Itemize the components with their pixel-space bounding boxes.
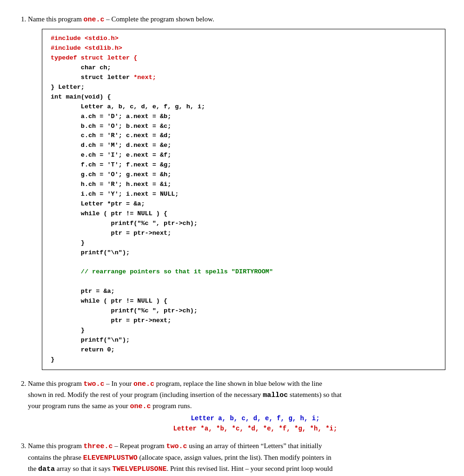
code-line-17: i.ch = 'Y'; i.next = NULL;: [51, 190, 437, 199]
code-line-14: f.ch = 'T'; f.next = &g;: [51, 160, 437, 170]
q2-middle2: program, replace the line shown in blue …: [154, 380, 322, 387]
code-line-6: } Letter;: [51, 83, 437, 93]
q2-code-block: Letter a, b, c, d, e, f, g, h, i; Letter…: [65, 415, 445, 432]
q1-suffix: – Complete the program shown below.: [105, 15, 214, 23]
code-line-24: [51, 258, 437, 267]
code-line-4: char ch;: [51, 63, 437, 73]
code-line-21: ptr = ptr->next;: [51, 229, 437, 238]
code-line-16: h.ch = 'R'; h.next = &i;: [51, 180, 437, 190]
q2-line2b: statements) so that: [288, 391, 341, 398]
code-line-8: Letter a, b, c, d, e, f, g, h, i;: [51, 102, 437, 112]
q2-text: Name this program two.c – In your one.c …: [28, 378, 445, 412]
q3-text: Name this program three.c – Repeat progr…: [28, 441, 445, 476]
q3-prefix: Name this program: [28, 442, 84, 450]
code-line-29: printf("%c ", ptr->ch);: [51, 306, 437, 316]
q1-text: Name this program one.c – Complete the p…: [28, 14, 445, 25]
code-line-22: }: [51, 238, 437, 248]
q3-line2b: (allocate space, assign values, print th…: [138, 454, 331, 461]
code-line-28: while ( ptr != NULL ) {: [51, 297, 437, 306]
q2-middle1: – In your: [105, 380, 134, 387]
code-line-25: // rearrange pointers so that it spells …: [51, 267, 437, 277]
code-line-26: [51, 277, 437, 287]
q2-line3b: program runs.: [151, 402, 192, 410]
q2-line3: your program runs the same as your: [28, 402, 130, 410]
code-line-11: c.ch = 'R'; c.next = &d;: [51, 131, 437, 141]
q3-line2a: contains the phrase: [28, 454, 83, 461]
q1-filename: one.c: [84, 16, 105, 24]
code-line-33: return 0;: [51, 345, 437, 355]
q2-filename3: one.c: [130, 403, 151, 410]
q3-line3b: array so that it says: [55, 465, 112, 472]
code-line-1: #include <stdio.h>: [51, 34, 437, 44]
question-3: Name this program three.c – Repeat progr…: [28, 441, 445, 476]
q2-bold-malloc: malloc: [263, 391, 288, 399]
q3-phrase1: ELEVENPLUSTWO: [83, 454, 138, 462]
q3-middle1: – Repeat program: [113, 442, 166, 450]
q2-code-red: Letter *a, *b, *c, *d, *e, *f, *g, *h, *…: [65, 425, 445, 432]
q3-filename2: two.c: [166, 443, 187, 450]
question-2: Name this program two.c – In your one.c …: [28, 378, 445, 433]
q2-filename2: one.c: [133, 380, 154, 388]
q3-line3c: . Print this revised list. Hint – your s…: [166, 465, 332, 472]
code-line-15: g.ch = 'O'; g.next = &h;: [51, 170, 437, 180]
q3-bold1: data: [38, 465, 55, 473]
code-line-13: e.ch = 'I'; e.next = &f;: [51, 151, 437, 160]
q3-filename: three.c: [84, 443, 113, 450]
code-line-20: printf("%c ", ptr->ch);: [51, 219, 437, 229]
q3-middle2: using an array of thirteen “Letters” tha…: [187, 442, 322, 450]
q2-filename: two.c: [84, 380, 105, 388]
code-line-2: #include <stdlib.h>: [51, 44, 437, 53]
q1-prefix: Name this program: [28, 15, 84, 23]
code-line-10: b.ch = 'O'; b.next = &c;: [51, 122, 437, 132]
code-line-30: ptr = ptr->next;: [51, 316, 437, 326]
q3-line3a: the: [28, 465, 38, 472]
code-line-3: typedef struct letter {: [51, 53, 437, 63]
question-1: Name this program one.c – Complete the p…: [28, 14, 445, 370]
q2-line2: shown in red. Modify the rest of your pr…: [28, 391, 263, 398]
q2-prefix: Name this program: [28, 380, 84, 387]
code-line-31: }: [51, 326, 437, 336]
code-line-34: }: [51, 355, 437, 365]
code-line-32: printf("\n");: [51, 336, 437, 345]
code-line-7: int main(void) {: [51, 93, 437, 102]
q2-code-blue: Letter a, b, c, d, e, f, g, h, i;: [65, 415, 445, 422]
code-line-9: a.ch = 'D'; a.next = &b;: [51, 112, 437, 122]
q1-code-box: #include <stdio.h> #include <stdlib.h> t…: [42, 29, 445, 370]
q3-phrase2: TWELVEPLUSONE: [112, 465, 166, 473]
code-line-5: struct letter *next;: [51, 73, 437, 83]
code-line-12: d.ch = 'M'; d.next = &e;: [51, 141, 437, 151]
code-line-18: Letter *ptr = &a;: [51, 199, 437, 209]
code-line-23: printf("\n");: [51, 248, 437, 258]
code-line-19: while ( ptr != NULL ) {: [51, 209, 437, 219]
code-line-27: ptr = &a;: [51, 287, 437, 297]
